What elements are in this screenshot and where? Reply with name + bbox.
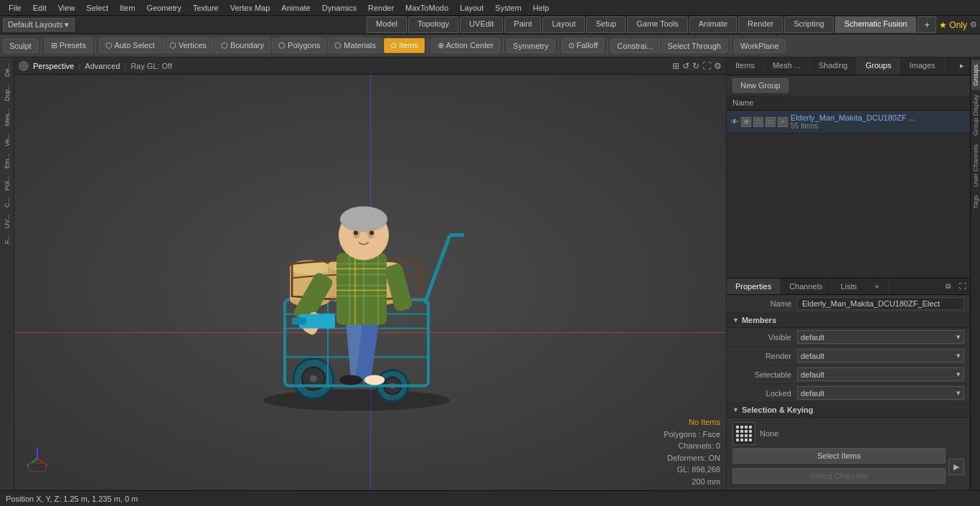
layout-tab-game-tools[interactable]: Game Tools	[627, 17, 688, 33]
items-button[interactable]: ⊙ Items	[384, 38, 425, 53]
new-group-button[interactable]: New Group	[732, 78, 788, 93]
scene-tab-mesh[interactable]: Mesh ...	[764, 57, 810, 75]
action-center-button[interactable]: ⊕ Action Center	[431, 38, 500, 53]
viewport-icon-2[interactable]: ↺	[682, 61, 689, 71]
selectable-dropdown[interactable]: default ▾	[797, 367, 964, 381]
group-icon-3[interactable]: □	[765, 117, 776, 127]
layout-tab-render[interactable]: Render	[738, 17, 783, 33]
viewport-icon-1[interactable]: ⊞	[672, 61, 679, 71]
props-tab-properties[interactable]: Properties	[727, 278, 781, 294]
layout-tab-setup[interactable]: Setup	[586, 17, 626, 33]
ls-item-8[interactable]: F...	[2, 233, 12, 247]
group-row[interactable]: 👁 ⊞ □ □ + Elderly_Man_Makita_DCU180ZF ..…	[727, 111, 970, 133]
ls-item-0[interactable]: De...	[2, 60, 12, 80]
polygons-label: Polygons : Face	[664, 428, 720, 441]
menu-maxtomodo[interactable]: MaxToModo	[400, 2, 454, 14]
ls-item-2[interactable]: Mes...	[2, 106, 12, 129]
symmetry-button[interactable]: Symmetry	[507, 39, 555, 53]
vertices-button[interactable]: ⬡ Vertices	[163, 38, 213, 53]
layout-tab-scripting[interactable]: Scripting	[784, 17, 834, 33]
select-items-button[interactable]: Select Items	[732, 448, 946, 464]
viewport-shading-label[interactable]: Advanced	[85, 62, 120, 70]
layout-tab-paint[interactable]: Paint	[504, 17, 541, 33]
scene-tab-expand[interactable]: ▸	[954, 57, 970, 75]
rvt-tags[interactable]: Tags	[971, 191, 980, 213]
prop-row-render: Render default ▾	[727, 347, 970, 365]
menu-vertex-map[interactable]: Vertex Map	[225, 2, 276, 14]
ls-item-5[interactable]: Pol...	[2, 173, 12, 194]
ls-item-1[interactable]: Dup...	[2, 81, 12, 104]
viewport-canvas[interactable]: No Items Polygons : Face Channels: 0 Def…	[14, 75, 726, 490]
layout-tab-model[interactable]: Model	[367, 17, 407, 33]
falloff-button[interactable]: ⊙ Falloff	[562, 38, 605, 53]
layout-dropdown[interactable]: Default Layouts ▾	[3, 18, 75, 32]
menu-dynamics[interactable]: Dynamics	[316, 2, 362, 14]
constrai-button[interactable]: Constrai...	[611, 39, 659, 53]
menu-file[interactable]: File	[3, 2, 27, 14]
layout-tab-layout[interactable]: Layout	[542, 17, 585, 33]
menu-layout[interactable]: Layout	[454, 2, 489, 14]
props-expand-btn-2[interactable]: ⛶	[956, 280, 970, 293]
ls-item-4[interactable]: Em...	[2, 151, 12, 172]
auto-select-button[interactable]: ⬡ Auto Select	[99, 38, 161, 53]
layout-tab-schematic-fusion[interactable]: Schematic Fusion	[835, 17, 916, 33]
viewport-toggle[interactable]	[19, 61, 29, 71]
menu-item[interactable]: Item	[114, 2, 141, 14]
boundary-button[interactable]: ⬡ Boundary	[215, 38, 270, 53]
ls-item-6[interactable]: C...	[2, 195, 12, 210]
ls-item-7[interactable]: UV...	[2, 212, 12, 231]
scene-tab-items[interactable]: Items	[727, 57, 764, 75]
group-icon-4[interactable]: +	[778, 117, 788, 127]
layout-gear-icon[interactable]: ⚙	[970, 20, 977, 29]
group-icon-1[interactable]: ⊞	[741, 117, 751, 127]
select-through-button[interactable]: Select Through	[661, 39, 727, 53]
prop-row-locked: Locked default ▾	[727, 384, 970, 403]
sel-arrow-button[interactable]: ▶	[948, 459, 964, 475]
materials-button[interactable]: ⬡ Materials	[328, 38, 382, 53]
members-section-header[interactable]: ▼ Members	[727, 313, 970, 328]
menu-geometry[interactable]: Geometry	[141, 2, 187, 14]
layout-tab-animate[interactable]: Animate	[689, 17, 737, 33]
menu-render[interactable]: Render	[362, 2, 400, 14]
presets-button[interactable]: ⊞ Presets	[44, 38, 93, 53]
menu-animate[interactable]: Animate	[275, 2, 316, 14]
props-tab-plus[interactable]: +	[866, 278, 888, 294]
group-icon-2[interactable]: □	[753, 117, 763, 127]
viewport[interactable]: Perspective | Advanced | Ray GL: Off ⊞ ↺…	[14, 57, 726, 490]
layout-tab-topology[interactable]: Topology	[408, 17, 458, 33]
scene-tab-shading[interactable]: Shading	[810, 57, 857, 75]
props-tab-channels[interactable]: Channels	[781, 278, 831, 294]
menu-view[interactable]: View	[52, 2, 81, 14]
polygons-button[interactable]: ⬡ Polygons	[272, 38, 326, 53]
group-eye-icon[interactable]: 👁	[731, 118, 738, 126]
viewport-icon-4[interactable]: ⛶	[702, 61, 711, 71]
scene-tab-images[interactable]: Images	[900, 57, 944, 75]
menu-select[interactable]: Select	[80, 2, 114, 14]
select-channels-button[interactable]: Select Channels	[732, 468, 946, 484]
name-input[interactable]	[797, 297, 964, 310]
props-tab-lists[interactable]: Lists	[832, 278, 867, 294]
menu-help[interactable]: Help	[527, 2, 555, 14]
rvt-user-channels[interactable]: User Channels	[971, 140, 980, 192]
rvt-group-display[interactable]: Group Display	[971, 90, 980, 140]
viewport-perspective-label[interactable]: Perspective	[33, 62, 74, 70]
layout-tab-uvedit[interactable]: UVEdit	[460, 17, 503, 33]
viewport-icon-3[interactable]: ↻	[692, 61, 699, 71]
sculpt-button[interactable]: Sculpt	[3, 39, 38, 53]
visible-dropdown[interactable]: default ▾	[797, 330, 964, 344]
props-expand-btn-1[interactable]: ⧉	[942, 280, 954, 293]
locked-dropdown[interactable]: default ▾	[797, 386, 964, 400]
scene-tab-groups[interactable]: Groups	[857, 57, 900, 75]
menu-system[interactable]: System	[489, 2, 527, 14]
ls-item-3[interactable]: Ve...	[2, 131, 12, 149]
viewport-icons: ⊞ ↺ ↻ ⛶ ⚙	[672, 61, 722, 71]
rvt-groups[interactable]: Groups	[971, 60, 980, 90]
menu-texture[interactable]: Texture	[187, 2, 225, 14]
workplane-button[interactable]: WorkPlane	[734, 39, 786, 53]
render-dropdown[interactable]: default ▾	[797, 349, 964, 362]
sel-keying-section-header[interactable]: ▼ Selection & Keying	[727, 403, 970, 418]
layout-tab-plus[interactable]: +	[918, 17, 936, 33]
scene-figure	[220, 113, 493, 421]
menu-edit[interactable]: Edit	[27, 2, 52, 14]
viewport-icon-5[interactable]: ⚙	[714, 61, 722, 71]
